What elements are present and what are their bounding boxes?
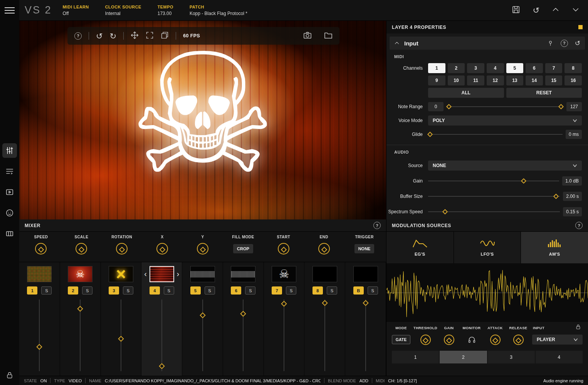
midi-channel-button[interactable]: 11 (467, 75, 484, 85)
video-preview[interactable]: ☠ ? ↺ ↻ (19, 21, 386, 219)
spectrum-speed-value[interactable]: 0.15 s (563, 207, 582, 216)
midi-channel-button[interactable]: 4 (487, 63, 504, 73)
help-icon[interactable]: ? (373, 222, 381, 229)
channel-solo-button[interactable]: S (164, 286, 174, 295)
midi-channel-button[interactable]: 7 (545, 63, 563, 73)
channel-solo-button[interactable]: S (205, 286, 215, 295)
speed-knob[interactable] (35, 243, 47, 254)
fader-handle[interactable] (77, 306, 83, 312)
sidebar-item-mixer[interactable] (2, 143, 17, 158)
channels-all-button[interactable]: ALL (428, 88, 504, 98)
next-media-arrow[interactable]: › (176, 270, 179, 278)
midi-channel-button[interactable]: 1 (428, 63, 445, 73)
midi-channel-button[interactable]: 13 (506, 75, 524, 85)
midi-channel-button[interactable]: 15 (545, 75, 563, 85)
trigger-button[interactable]: NONE (354, 244, 375, 253)
previous-patch-button[interactable] (552, 6, 559, 15)
midi-channel-button[interactable]: 10 (448, 75, 465, 85)
preview-redo-button[interactable]: ↻ (110, 32, 117, 40)
scale-knob[interactable] (76, 243, 87, 254)
channel-fader[interactable] (141, 300, 182, 371)
sidebar-item-playlist[interactable] (2, 164, 17, 179)
channel-fader[interactable] (345, 300, 386, 371)
channel-solo-button[interactable]: S (286, 286, 296, 295)
note-range-max-handle[interactable] (558, 104, 564, 109)
fill-mode-button[interactable]: CROP (233, 244, 253, 253)
channel-solo-button[interactable]: S (245, 286, 255, 295)
snapshot-button[interactable] (303, 31, 312, 41)
fader-handle[interactable] (159, 363, 165, 369)
tempo-group[interactable]: TEMPO 173.00 (158, 5, 173, 16)
midi-learn-value[interactable]: Off (63, 11, 89, 16)
channel-thumbnail[interactable] (190, 266, 215, 282)
channel-thumbnail[interactable] (312, 266, 337, 282)
channel-select-button[interactable]: 8 (312, 286, 323, 295)
glide-slider[interactable] (428, 130, 563, 139)
buffer-size-handle[interactable] (553, 194, 559, 199)
clock-source-value[interactable]: Internal (105, 11, 141, 16)
channel-select-button[interactable]: 4 (150, 286, 160, 295)
channel-select-button[interactable]: 3 (109, 286, 119, 295)
end-knob[interactable] (318, 243, 330, 254)
lock-icon[interactable] (575, 324, 581, 330)
blend-mode-value[interactable]: ADD (360, 378, 368, 383)
midi-channel-button[interactable]: 12 (487, 75, 504, 85)
spectrum-speed-slider[interactable] (428, 207, 560, 216)
note-range-min-value[interactable]: 0 (428, 102, 444, 111)
clock-source-group[interactable]: CLOCK SOURCE Internal (105, 5, 141, 16)
channel-fader[interactable] (19, 300, 60, 371)
start-knob[interactable] (278, 243, 289, 254)
voice-mode-dropdown[interactable]: POLY (428, 116, 582, 126)
fader-handle[interactable] (200, 312, 206, 318)
channel-solo-button[interactable]: S (41, 286, 52, 295)
am-page-1[interactable]: 1 (392, 351, 439, 363)
buffer-size-value[interactable]: 2.00 s (563, 192, 582, 201)
midi-channel-button[interactable]: 5 (506, 63, 524, 73)
midi-channel-button[interactable]: 8 (564, 63, 582, 73)
channel-thumbnail[interactable]: ☠ (68, 266, 92, 282)
channel-select-button[interactable]: 5 (190, 286, 201, 295)
am-input-dropdown[interactable]: PLAYER (532, 335, 583, 345)
channel-solo-button[interactable]: S (123, 286, 133, 295)
channel-solo-button[interactable]: S (327, 286, 337, 295)
channel-fader[interactable] (101, 300, 141, 371)
fader-handle[interactable] (281, 301, 287, 307)
threshold-knob[interactable] (420, 335, 431, 345)
channel-thumbnail[interactable]: × (109, 266, 133, 282)
midi-learn-group[interactable]: MIDI LEARN Off (63, 5, 89, 16)
midi-channel-button[interactable]: 16 (564, 75, 582, 85)
sidebar-item-mask[interactable] (2, 206, 17, 220)
layer-color-swatch[interactable] (578, 25, 583, 29)
channel-select-button[interactable]: B (353, 286, 364, 295)
reset-section-button[interactable]: ↺ (575, 40, 580, 47)
patch-value[interactable]: Kopp - Black Flag Protocol * (190, 11, 247, 16)
lock-ui-button[interactable] (2, 368, 17, 383)
channel-solo-button[interactable]: S (368, 286, 378, 295)
channel-fader[interactable] (60, 300, 101, 371)
tab-ams[interactable]: AM'S (521, 232, 588, 263)
input-section-header[interactable]: Input ? ↺ (390, 37, 585, 50)
open-media-button[interactable] (324, 31, 333, 41)
fit-view-button[interactable] (146, 31, 154, 40)
undo-button[interactable]: ↺ (533, 6, 539, 14)
sidebar-item-media[interactable] (2, 185, 17, 199)
note-range-slider[interactable] (447, 102, 563, 111)
am-page-4[interactable]: 4 (536, 351, 583, 363)
channel-fader[interactable] (264, 300, 304, 371)
am-page-3[interactable]: 3 (488, 351, 535, 363)
channel-solo-button[interactable]: S (82, 286, 92, 295)
fader-handle[interactable] (118, 336, 124, 342)
type-value[interactable]: VIDEO (69, 378, 82, 383)
pin-icon[interactable] (547, 40, 554, 47)
help-icon[interactable]: ? (561, 40, 568, 47)
headphones-icon[interactable] (468, 336, 476, 344)
buffer-size-slider[interactable] (428, 192, 560, 201)
channel-fader[interactable] (304, 300, 345, 371)
tempo-value[interactable]: 173.00 (158, 11, 173, 16)
midi-channel-button[interactable]: 3 (467, 63, 484, 73)
state-value[interactable]: ON (40, 378, 47, 383)
channel-select-button[interactable]: 7 (272, 286, 282, 295)
previous-media-arrow[interactable]: ‹ (144, 270, 147, 278)
channels-reset-button[interactable]: RESET (506, 88, 582, 98)
channel-fader[interactable] (223, 300, 264, 371)
